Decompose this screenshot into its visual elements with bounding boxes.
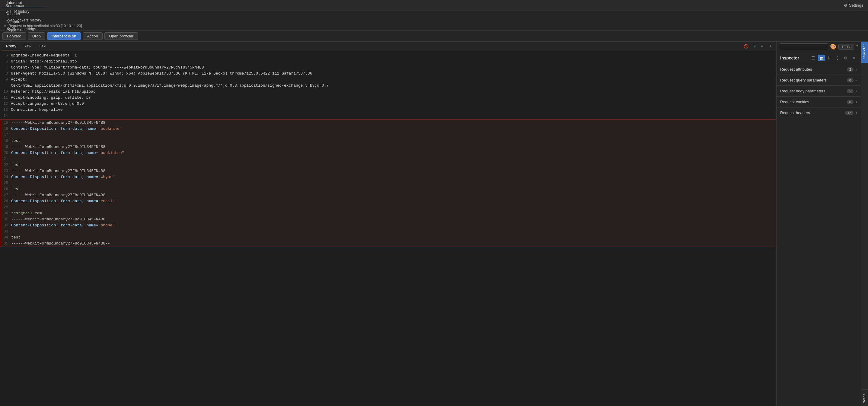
line-number: 14 [0, 113, 11, 119]
inspector-section-0[interactable]: Request attributes2› [777, 64, 861, 75]
code-line: 33 [0, 228, 776, 235]
inspector-header: Inspector ☰ ▦ ⇅ ⋮ ⚙ ✕ [777, 52, 861, 64]
line-content: Content-Type: multipart/form-data; bound… [11, 65, 776, 71]
line-number: 19 [0, 144, 11, 150]
line-content: Accept-Language: en-US,en;q=0.9 [11, 101, 776, 107]
code-line: 34test [0, 235, 776, 241]
open-browser-button[interactable]: Open browser [104, 32, 138, 40]
action-bar: Forward Drop Intercept is on Action Open… [0, 31, 868, 42]
inspector-section-header-1[interactable]: Request query parameters0› [777, 75, 861, 86]
inspector-section-header-4[interactable]: Request headers12› [777, 107, 861, 118]
settings-button[interactable]: ⚙ Settings [840, 1, 867, 9]
sub-tab-http-history[interactable]: HTTP history [2, 7, 45, 16]
action-button[interactable]: Action [83, 32, 103, 40]
line-number: 20 [0, 150, 11, 156]
wrap-icon[interactable]: ≡ [752, 43, 757, 49]
drop-button[interactable]: Drop [28, 32, 45, 40]
settings-label: Settings [849, 3, 863, 7]
line-content: test@mail.com [11, 210, 776, 216]
inspector-panel: 🎨 HTTP/1 ? Inspector ☰ ▦ ⇅ ⋮ ⚙ ✕ Request… [776, 42, 861, 406]
code-line: 13Connection: keep-alive [0, 107, 776, 113]
inspector-section-header-2[interactable]: Request body parameters5› [777, 86, 861, 96]
line-content: ------WebKitFormBoundary27F8c9IU345FN4B8 [11, 168, 776, 174]
tab-raw[interactable]: Raw [20, 42, 35, 51]
menu-bar: DashboardTargetProxyIntruderRepeaterColl… [0, 0, 868, 11]
inspector-section-3[interactable]: Request cookies0› [777, 97, 861, 107]
code-editor[interactable]: 5Upgrade-Insecure-Requests: 16Origin: ht… [0, 51, 776, 406]
inspector-section-header-0[interactable]: Request attributes2› [777, 64, 861, 74]
more-icon[interactable]: ⋮ [768, 43, 774, 49]
code-line: 6Origin: http://editorial.htb [0, 59, 776, 65]
settings-icon-inspector[interactable]: ⚙ [842, 55, 849, 61]
inspector-section-header-3[interactable]: Request cookies0› [777, 97, 861, 107]
code-line: 15------WebKitFormBoundary27F8c9IU345FN4… [0, 120, 776, 126]
inspector-section-4[interactable]: Request headers12› [777, 107, 861, 118]
line-number: 12 [0, 101, 11, 107]
line-number: 35 [0, 241, 11, 247]
list-icon[interactable]: ☰ [810, 55, 817, 61]
code-line: 35------WebKitFormBoundary27F8c9IU345FN4… [0, 241, 776, 247]
line-number: 26 [0, 186, 11, 192]
filter-icon[interactable]: ⋮ [834, 55, 841, 61]
edit-icon: ✏ [4, 24, 7, 28]
code-line: 29 [0, 205, 776, 210]
line-content: Connection: keep-alive [11, 107, 776, 113]
inspector-search-input[interactable] [779, 43, 828, 50]
line-number: 10 [0, 89, 11, 95]
code-line: 9Accept: [0, 77, 776, 83]
sub-tab-websockets-history[interactable]: WebSockets history [2, 16, 45, 25]
line-content: Referer: http://editorial.htb/upload [11, 89, 776, 95]
line-number: 18 [0, 138, 11, 144]
editor-top-bar: Pretty Raw Hex 🚫 ≡ ↵ ⋮ [0, 42, 776, 51]
inspector-sections: Request attributes2›Request query parame… [777, 64, 861, 118]
code-line: 12Accept-Language: en-US,en;q=0.9 [0, 101, 776, 107]
line-number: 33 [0, 228, 11, 235]
line-number: 24 [0, 174, 11, 180]
code-line: 18test [0, 138, 776, 144]
tab-hex[interactable]: Hex [35, 42, 49, 51]
line-number: 23 [0, 168, 11, 174]
code-line: 27------WebKitFormBoundary27F8c9IU345FN4… [0, 192, 776, 198]
indent-icon[interactable]: ↵ [760, 43, 765, 49]
line-number: 7 [0, 65, 11, 71]
sub-tabs: InterceptHTTP historyWebSockets history⚙… [2, 0, 45, 33]
line-number: 32 [0, 222, 11, 228]
tab-pretty[interactable]: Pretty [2, 42, 20, 51]
close-icon[interactable]: ✕ [850, 55, 857, 61]
inspector-side-tab[interactable]: Inspector [861, 42, 867, 63]
line-number: 15 [0, 120, 11, 126]
inspector-section-1[interactable]: Request query parameters0› [777, 75, 861, 86]
intercept-on-button[interactable]: Intercept is on [47, 32, 81, 40]
line-content: Content-Disposition: form-data; name="ph… [11, 222, 776, 228]
request-bar: ✏ Request to http://editorial.htb:80 [10… [0, 21, 868, 31]
line-content: Upgrade-Insecure-Requests: 1 [11, 53, 776, 59]
sub-tab-intercept[interactable]: Intercept [2, 0, 45, 7]
code-line: 5Upgrade-Insecure-Requests: 1 [0, 53, 776, 59]
hide-icon[interactable]: 🚫 [742, 43, 750, 49]
line-content: ------WebKitFormBoundary27F8c9IU345FN4B8 [11, 144, 776, 150]
line-number: 25 [0, 180, 11, 186]
line-number: 34 [0, 235, 11, 241]
line-content: test [11, 138, 776, 144]
sort-icon[interactable]: ⇅ [826, 55, 833, 61]
line-number: 28 [0, 198, 11, 205]
line-content: Content-Disposition: form-data; name="bo… [11, 150, 776, 156]
line-number: 5 [0, 53, 11, 59]
grid-icon[interactable]: ▦ [818, 55, 825, 61]
inspector-section-2[interactable]: Request body parameters5› [777, 86, 861, 97]
code-line: 17 [0, 132, 776, 138]
line-content: Origin: http://editorial.htb [11, 59, 776, 65]
editor-area: Pretty Raw Hex 🚫 ≡ ↵ ⋮ 5Upgrade-Insecure… [0, 42, 776, 406]
notes-side-tab[interactable]: Notes [861, 391, 867, 406]
line-content: Accept-Encoding: gzip, deflate, br [11, 95, 776, 101]
code-line: 23------WebKitFormBoundary27F8c9IU345FN4… [0, 168, 776, 174]
code-line: text/html,application/xhtml+xml,applicat… [0, 83, 776, 89]
code-line: 30test@mail.com [0, 210, 776, 216]
code-line: 25 [0, 180, 776, 186]
forward-button[interactable]: Forward [2, 32, 26, 40]
line-number: 22 [0, 162, 11, 168]
line-number: 31 [0, 216, 11, 222]
help-icon[interactable]: ? [856, 44, 858, 49]
line-number: 30 [0, 210, 11, 216]
inspector-search-bar: 🎨 HTTP/1 ? [777, 42, 861, 52]
